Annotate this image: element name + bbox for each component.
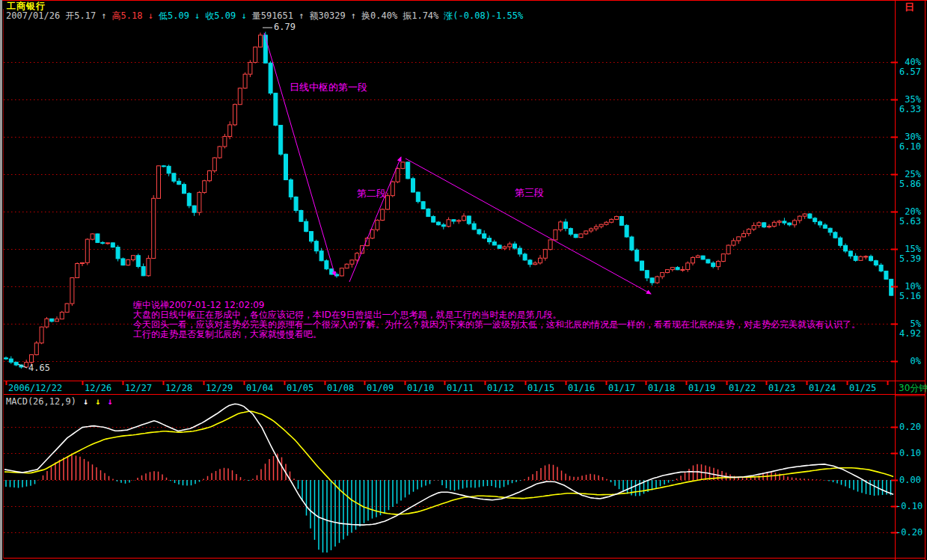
price-axis-percent-label: 15% <box>896 244 921 254</box>
annotation-segment2: 第二段 <box>357 187 386 200</box>
macd-arrow-icons: ↓↓↓ <box>76 396 113 407</box>
date-axis-label: 01/15 <box>527 383 554 393</box>
price-axis-percent-label: 25% <box>896 169 921 179</box>
quote-field: 额30329 ↑ <box>309 10 356 21</box>
annotation-segment3: 第三段 <box>515 186 544 200</box>
peak-price-label: 6.79 <box>274 22 296 32</box>
price-axis-price-label: 6.10 <box>896 141 921 152</box>
price-axis-percent-label: 10% <box>896 281 921 292</box>
price-axis-percent-label: 20% <box>896 206 921 217</box>
macd-axis-label: 0.10 <box>896 448 921 458</box>
price-axis-price-label: 5.63 <box>896 216 921 227</box>
note-line: 工行的走势是否复制北辰的，大家就慢慢看吧。 <box>133 330 860 339</box>
date-axis-label: 01/23 <box>768 383 795 393</box>
price-axis-price-label: 6.33 <box>896 104 921 114</box>
macd-axis-label: 0.00 <box>896 475 921 485</box>
quote-field: 收5.09 ↓ <box>205 10 246 21</box>
date-axis-label: 12/28 <box>165 383 192 393</box>
quote-field: 2007/01/26 <box>6 10 60 21</box>
window-left-border <box>0 0 2 560</box>
quote-field: 涨(-0.08)-1.55% <box>444 10 523 21</box>
chart-canvas[interactable] <box>0 0 927 560</box>
price-axis-price-label: 5.86 <box>896 179 921 189</box>
price-axis-price-label: 5.39 <box>896 253 921 264</box>
stock-chart-window: { "window": { "title": "工商银行", "period_l… <box>0 0 927 560</box>
period-indicator-30min[interactable]: 30分钟 <box>899 382 927 395</box>
date-axis-label: 01/17 <box>608 383 635 393</box>
date-axis-label: 01/11 <box>447 383 474 393</box>
date-axis-label: 12/26 <box>85 383 111 393</box>
price-axis-price-label: 6.57 <box>896 67 921 77</box>
date-axis-label: 01/24 <box>809 383 836 393</box>
quote-field: 振1.74% <box>403 10 438 21</box>
price-axis-percent-label: 40% <box>896 57 921 67</box>
date-axis-label: 01/18 <box>648 383 675 393</box>
price-axis-percent-label: 35% <box>896 94 921 105</box>
price-axis-percent-label: 30% <box>896 132 921 142</box>
date-axis-label: 01/16 <box>568 383 595 393</box>
quote-field: 低5.09 ↓ <box>159 10 200 21</box>
annotation-segment1: 日线中枢的第一段 <box>290 81 367 94</box>
price-axis-price-label: 4.92 <box>896 328 921 339</box>
quote-info-bar: 2007/01/26开5.17 ↑高5.18 ↓低5.09 ↓收5.09 ↓量5… <box>6 10 528 22</box>
date-axis-label: 12/27 <box>125 383 152 393</box>
down-arrow-icon: ↓ <box>107 396 112 407</box>
date-axis-label: 01/10 <box>407 383 434 393</box>
down-arrow-icon: ↓ <box>83 396 88 407</box>
price-axis-percent-label: 0% <box>896 356 921 366</box>
macd-axis-label: 0.20 <box>896 422 921 432</box>
macd-indicator-label: MACD(26,12,9)↓↓↓ <box>6 396 113 407</box>
date-axis-label: 01/12 <box>487 383 514 393</box>
date-axis-label: 12/29 <box>206 383 233 393</box>
quote-field: 高5.18 ↓ <box>112 10 153 21</box>
quote-field: 量591651 ↑ <box>252 10 305 21</box>
date-axis-label: 2006/12/22 <box>8 383 62 393</box>
date-axis-label: 01/08 <box>327 383 354 393</box>
period-indicator-daily[interactable]: 日 <box>905 1 914 14</box>
date-axis-label: 01/25 <box>849 383 876 393</box>
macd-axis-label: -0.10 <box>896 501 921 511</box>
date-axis-label: 01/05 <box>287 383 313 393</box>
analyst-note: 缠中说禅2007-01-12 12:02:09 大盘的日线中枢正在形成中，各位应… <box>133 301 860 339</box>
low-price-label: 4.65 <box>28 363 50 373</box>
date-axis-label: 01/19 <box>688 383 715 393</box>
quote-field: 换0.40% <box>361 10 397 21</box>
date-axis-label: 01/09 <box>367 383 394 393</box>
price-axis-percent-label: 5% <box>896 319 921 329</box>
quote-field: 开5.17 ↑ <box>65 10 106 21</box>
down-arrow-icon: ↓ <box>95 396 100 407</box>
macd-axis-label: -0.20 <box>896 527 921 538</box>
price-axis-price-label: 5.16 <box>896 291 921 301</box>
macd-params: MACD(26,12,9) <box>6 396 76 407</box>
date-axis-label: 01/22 <box>729 383 756 393</box>
date-axis-label: 01/04 <box>246 383 273 393</box>
